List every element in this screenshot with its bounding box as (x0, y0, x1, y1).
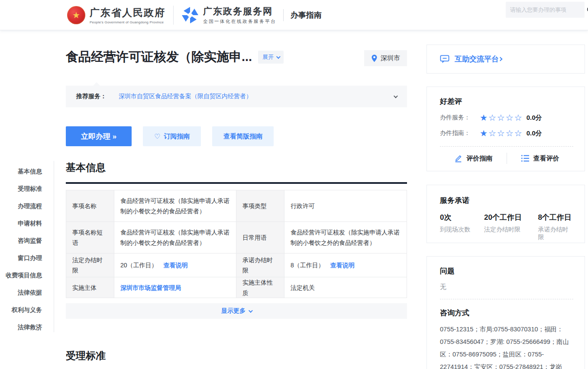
service-promise-row: 0次 到现场次数 20个工作日 法定办结时限 8个工作日 承诺办结时限 (440, 212, 573, 241)
mutual-platform-card[interactable]: 互助交流平台 (426, 45, 585, 74)
portal-logo-block[interactable]: 广东政务服务网 全国一体化在线政务服务平台 (203, 5, 276, 25)
search-input[interactable] (510, 6, 586, 13)
table-row: 事项名称短语 食品经营许可证核发（除实施申请人承诺制的小餐饮之外的食品经营者） … (66, 222, 407, 253)
show-more-label: 显示更多 (221, 307, 246, 315)
sidebar-item-basic-info[interactable]: 基本信息 (0, 164, 54, 182)
simple-guide-button[interactable]: 查看简版指南 (212, 126, 274, 146)
sidebar-item-fees[interactable]: 收费项目信息 (0, 268, 54, 286)
page: ★ 广东省人民政府 People's Government of Guangdo… (0, 0, 588, 369)
show-more-button[interactable]: 显示更多 (66, 303, 407, 319)
table-row: 法定办结时限 20（工作日） 查看说明 承诺办结时限 8（工作日） 查看说明 (66, 253, 407, 277)
search-icon[interactable] (586, 6, 588, 14)
question-content: 无 (440, 283, 573, 291)
promise-label: 法定办结时限 (484, 226, 538, 234)
search-box (506, 2, 585, 18)
promise-item: 0次 到现场次数 (440, 212, 484, 241)
rating-row-service: 办件服务： ★☆☆☆☆ 0.0分 (440, 113, 573, 122)
title-expand-button[interactable]: 展开 (258, 51, 284, 64)
chevron-right-icon (498, 57, 503, 61)
sidebar-item-accept-standard[interactable]: 受理标准 (0, 182, 54, 199)
sidebar-item-legal-remedy[interactable]: 法律救济 (0, 320, 54, 337)
rating-guide-label: 评价指南 (466, 154, 492, 163)
rating-guide-link[interactable]: 评价指南 (440, 153, 507, 164)
accept-standard-heading: 受理标准 (66, 349, 407, 363)
pencil-icon (454, 154, 462, 163)
rating-row-guide: 办件指南： ★☆☆☆☆ 0.0分 (440, 129, 573, 138)
mutual-platform-label: 互助交流平台 (455, 54, 499, 64)
promise-value: 20个工作日 (484, 212, 538, 222)
see-note-link[interactable]: 查看说明 (330, 260, 355, 270)
chevron-down-icon (276, 55, 281, 59)
portal-pinwheel-icon (181, 6, 199, 24)
rating-links: 评价指南 查看评价 (440, 153, 573, 164)
recommend-bar: 推荐服务： 深圳市自贸区食品经营备案（限自贸区内经营者） (66, 86, 407, 107)
promise-item: 20个工作日 法定办结时限 (484, 212, 538, 241)
sidebar-item-materials[interactable]: 申请材料 (0, 216, 54, 234)
promised-days: 8（工作日） (291, 260, 324, 270)
star-rating-icons[interactable]: ★☆☆☆☆ (480, 113, 523, 122)
header-logos: ★ 广东省人民政府 People's Government of Guangdo… (67, 5, 322, 25)
city-selector[interactable]: 深圳市 (364, 50, 407, 66)
rating-label: 办件服务： (440, 114, 480, 122)
main-content: 基本信息 事项名称 食品经营许可证核发（除实施申请人承诺制的小餐饮之外的食品经营… (66, 161, 407, 369)
implementing-agency-link[interactable]: 深圳市市场监督管理局 (120, 282, 181, 293)
subscribe-label: 订阅指南 (164, 132, 190, 141)
sidebar-item-process[interactable]: 办理流程 (0, 199, 54, 216)
table-row: 事项名称 食品经营许可证核发（除实施申请人承诺制的小餐饮之外的食品经营者） 事项… (66, 190, 407, 222)
dashed-divider (440, 146, 573, 147)
side-nav: 基本信息 受理标准 办理流程 申请材料 咨询监督 窗口办理 收费项目信息 法律依… (0, 161, 54, 332)
location-pin-icon (371, 55, 378, 62)
subscribe-guide-button[interactable]: ♡ 订阅指南 (143, 126, 201, 146)
portal-subtitle: 全国一体化在线政务服务平台 (203, 19, 276, 25)
promise-value: 8个工作日 (538, 212, 573, 222)
page-title: 食品经营许可证核发（除实施申... (66, 48, 252, 66)
promise-label: 到现场次数 (440, 226, 484, 234)
apply-now-button[interactable]: 立即办理 » (66, 126, 132, 146)
service-guide-title: 办事指南 (291, 10, 322, 20)
section-underline (66, 182, 407, 184)
chat-bubble-icon (440, 55, 449, 64)
recommend-link[interactable]: 深圳市自贸区食品经营备案（限自贸区内经营者） (119, 93, 252, 100)
recommend-label: 推荐服务： (76, 93, 107, 100)
rating-label: 办件指南： (440, 129, 480, 137)
header-divider (283, 9, 284, 21)
row-value: 行政许可 (284, 190, 407, 221)
national-emblem-logo: ★ (67, 6, 85, 24)
row-label: 实施主体 (66, 277, 114, 298)
service-promise-title: 服务承诺 (440, 196, 573, 205)
row-value: 20（工作日） 查看说明 (114, 253, 236, 277)
view-ratings-link[interactable]: 查看评价 (507, 153, 574, 164)
star-rating-icons[interactable]: ★☆☆☆☆ (480, 129, 523, 138)
rating-score: 0.0分 (527, 129, 542, 138)
portal-title: 广东政务服务网 (203, 5, 276, 17)
consult-text: 0755-12315；市局:0755-83070310；福田：0755-8345… (440, 326, 569, 369)
chevron-down-icon[interactable] (394, 94, 398, 98)
row-label: 事项名称 (66, 190, 114, 221)
heart-icon: ♡ (154, 132, 160, 141)
emblem-star-icon: ★ (72, 11, 80, 19)
sidebar-item-rights[interactable]: 权利与义务 (0, 303, 54, 320)
row-value: 食品经营许可证核发（除实施申请人承诺制的小餐饮之外的食品经营者） (114, 222, 236, 253)
consult-title: 咨询方式 (440, 308, 573, 318)
city-label: 深圳市 (381, 54, 400, 62)
row-value: 深圳市市场监督管理局 (114, 277, 236, 298)
action-buttons: 立即办理 » ♡ 订阅指南 查看简版指南 (66, 126, 274, 146)
question-title: 问题 (440, 266, 573, 276)
rating-score: 0.0分 (527, 114, 542, 122)
list-icon (521, 154, 530, 162)
dashed-divider (440, 299, 573, 299)
sidebar-item-consult[interactable]: 咨询监督 (0, 234, 54, 251)
row-label: 事项类型 (236, 190, 284, 221)
promise-label: 承诺办结时限 (538, 226, 573, 241)
header-divider (173, 6, 174, 25)
gov-logo-block[interactable]: 广东省人民政府 People's Government of Guangdong… (90, 6, 165, 24)
row-label: 事项名称短语 (66, 222, 114, 253)
table-row: 实施主体 深圳市市场监督管理局 实施主体性质 法定机关 (66, 277, 407, 298)
expand-label: 展开 (262, 53, 274, 61)
sidebar-item-legal-basis[interactable]: 法律依据 (0, 286, 54, 303)
rating-card: 好差评 办件服务： ★☆☆☆☆ 0.0分 办件指南： ★☆☆☆☆ 0.0分 评价… (426, 87, 585, 171)
view-ratings-label: 查看评价 (533, 154, 559, 163)
see-note-link[interactable]: 查看说明 (164, 260, 188, 270)
statutory-days: 20（工作日） (120, 260, 158, 270)
sidebar-item-window[interactable]: 窗口办理 (0, 251, 54, 268)
